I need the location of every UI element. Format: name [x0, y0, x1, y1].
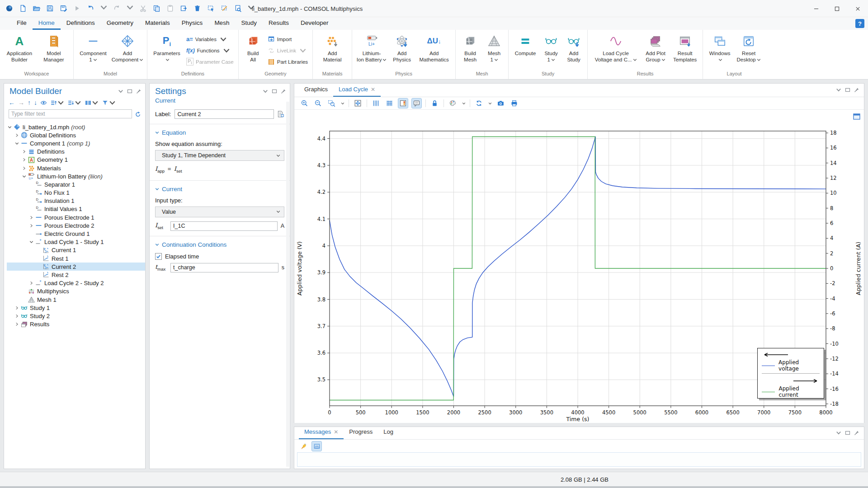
tab-messages[interactable]: Messages ✕	[299, 428, 344, 439]
mesh-1-button[interactable]: Mesh1	[483, 32, 505, 69]
pin-panel-icon[interactable]	[854, 430, 859, 436]
float-panel-icon[interactable]	[845, 430, 850, 436]
tab-mesh[interactable]: Mesh	[208, 17, 235, 30]
tree-item-root[interactable]: li_battery_1d.mph(root)	[7, 123, 145, 131]
tree-filter-input[interactable]	[9, 109, 132, 118]
add-plot-group-button[interactable]: Add PlotGroup	[642, 32, 669, 69]
tree-item-porous-electrode-2[interactable]: Porous Electrode 2	[7, 221, 145, 230]
tree-item-load-cycle-2[interactable]: Load Cycle 2 - Study 2	[7, 279, 145, 287]
new-file-icon[interactable]	[18, 4, 27, 13]
tab-materials[interactable]: Materials	[139, 17, 176, 30]
message-window-icon[interactable]	[312, 441, 321, 451]
close-tab-icon[interactable]: ✕	[334, 429, 338, 435]
move-down-icon[interactable]: ↓	[34, 99, 37, 106]
section-current[interactable]: Current	[150, 184, 290, 194]
tab-home[interactable]: Home	[33, 17, 61, 30]
show-icon[interactable]	[40, 99, 47, 106]
help-button[interactable]: ?	[855, 19, 864, 28]
tab-physics[interactable]: Physics	[176, 17, 209, 30]
functions-button[interactable]: f(x) Functions	[186, 46, 234, 56]
windows-button[interactable]: Windows	[706, 32, 734, 69]
undo-icon[interactable]	[86, 4, 95, 13]
save-as-icon[interactable]	[59, 4, 68, 13]
tab-progress[interactable]: Progress	[344, 428, 378, 439]
label-input[interactable]	[175, 109, 274, 119]
move-up-icon[interactable]: ↑	[28, 99, 31, 106]
collapse-all-icon[interactable]	[50, 99, 64, 106]
update-plot-icon[interactable]	[474, 99, 484, 108]
tree-item-definitions[interactable]: Definitions	[7, 148, 145, 156]
import-button[interactable]: Import	[268, 34, 308, 44]
show-legend-icon[interactable]	[398, 99, 408, 108]
add-material-button[interactable]: AddMaterial	[316, 32, 349, 69]
study-1-button[interactable]: Study1	[540, 32, 562, 69]
tmax-input[interactable]	[170, 263, 278, 272]
tree-item-insulation-1[interactable]: Insulation 1	[7, 197, 145, 205]
tree-item-current-2[interactable]: Current 2	[7, 263, 145, 271]
rename-node-icon[interactable]	[277, 110, 284, 118]
iset-input[interactable]	[170, 221, 278, 231]
plot-canvas[interactable]: 0500100015002000250030003500400045005000…	[294, 110, 864, 423]
add-component-button[interactable]: AddComponent	[111, 32, 144, 69]
add-study-button[interactable]: AddStudy	[563, 32, 585, 69]
plot-properties-icon[interactable]	[853, 113, 860, 120]
add-mathematics-button[interactable]: ΔU↓ AddMathematics	[415, 32, 453, 69]
tree-item-rest-1[interactable]: Rest 1	[7, 254, 145, 263]
tree-item-study-2[interactable]: Study 2	[7, 312, 145, 320]
tree-item-no-flux-1[interactable]: No Flux 1	[7, 189, 145, 197]
tree-item-rest-2[interactable]: Rest 2	[7, 271, 145, 279]
tree-item-initial-values-1[interactable]: Initial Values 1	[7, 205, 145, 213]
tree-item-load-cycle-1[interactable]: Load Cycle 1 - Study 1	[7, 238, 145, 246]
tree-item-materials[interactable]: Materials	[7, 164, 145, 172]
tree-item-mesh-1[interactable]: Mesh 1	[7, 296, 145, 304]
deselect-icon[interactable]	[220, 4, 229, 13]
collapse-panel-icon[interactable]	[836, 87, 841, 93]
tab-geometry[interactable]: Geometry	[101, 17, 139, 30]
tab-results[interactable]: Results	[263, 17, 295, 30]
annotations-icon[interactable]	[412, 99, 421, 108]
lock-axes-icon[interactable]	[430, 99, 439, 108]
float-panel-icon[interactable]	[845, 87, 850, 93]
input-type-dropdown[interactable]: Value	[155, 206, 284, 217]
tree-item-electric-ground-1[interactable]: Electric Ground 1	[7, 230, 145, 238]
build-all-button[interactable]: BuildAll	[241, 32, 265, 69]
tree-item-geometry-1[interactable]: Geometry 1	[7, 156, 145, 164]
reset-desktop-button[interactable]: ResetDesktop	[735, 32, 763, 69]
lithium-ion-battery-button[interactable]: Lithium-Ion Battery	[355, 32, 388, 69]
tree-item-global-definitions[interactable]: Global Definitions	[7, 131, 145, 139]
variables-button[interactable]: a= Variables	[186, 34, 234, 44]
part-libraries-button[interactable]: Part Libraries	[268, 57, 308, 67]
color-palette-icon[interactable]	[448, 99, 458, 108]
tree-item-study-1[interactable]: Study 1	[7, 304, 145, 312]
tree-item-separator-1[interactable]: Separator 1	[7, 180, 145, 188]
tree-item-current-1[interactable]: Current 1	[7, 246, 145, 254]
equation-study-dropdown[interactable]: Study 1, Time Dependent	[155, 150, 284, 161]
tree-item-multiphysics[interactable]: Multiphysics	[7, 287, 145, 296]
section-continuation-conditions[interactable]: Continuation Conditions	[150, 239, 290, 250]
collapse-panel-icon[interactable]	[836, 430, 841, 436]
back-icon[interactable]: ←	[9, 99, 15, 106]
close-tab-icon[interactable]: ✕	[371, 86, 375, 93]
save-icon[interactable]	[45, 4, 54, 13]
tree-item-porous-electrode-1[interactable]: Porous Electrode 1	[7, 213, 145, 221]
tab-graphics[interactable]: Graphics	[299, 86, 333, 97]
print-icon[interactable]	[509, 99, 519, 108]
close-button[interactable]	[847, 0, 868, 17]
tab-study[interactable]: Study	[235, 17, 263, 30]
load-cycle-plot-button[interactable]: Load CycleVoltage and C...	[590, 32, 641, 69]
component-1-button[interactable]: Component1	[76, 32, 110, 69]
redo-icon[interactable]	[112, 4, 121, 13]
zoom-in-icon[interactable]	[300, 99, 309, 108]
result-templates-button[interactable]: ResultTemplates	[670, 32, 700, 69]
paste-icon[interactable]	[165, 4, 175, 13]
snapshot-icon[interactable]	[496, 99, 505, 108]
expand-all-icon[interactable]	[67, 99, 81, 106]
elapsed-time-checkbox[interactable]	[155, 253, 162, 260]
zoom-box-icon[interactable]	[327, 99, 336, 108]
copy-icon[interactable]	[152, 4, 161, 13]
refresh-icon[interactable]	[135, 111, 142, 117]
model-tree-columns-icon[interactable]	[85, 99, 99, 106]
pin-panel-icon[interactable]	[281, 89, 286, 94]
pin-panel-icon[interactable]	[136, 89, 142, 94]
maximize-button[interactable]	[826, 0, 847, 17]
